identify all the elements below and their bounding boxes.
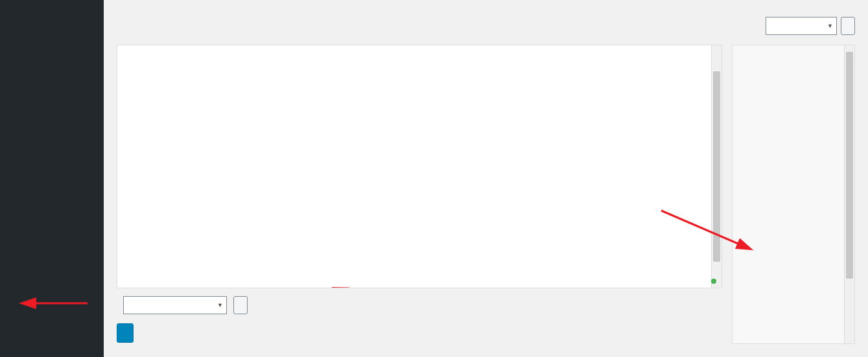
file-list-scrollbar[interactable] <box>845 45 855 344</box>
theme-select[interactable] <box>766 17 837 35</box>
select-button[interactable] <box>841 17 855 35</box>
update-file-button[interactable] <box>117 323 134 343</box>
documentation-select[interactable] <box>123 296 227 314</box>
main-content <box>104 0 868 357</box>
theme-files-list <box>732 45 845 344</box>
editor-scrollbar[interactable] <box>711 45 721 288</box>
status-indicator-icon <box>711 279 716 284</box>
admin-sidebar <box>0 0 104 357</box>
code-editor[interactable] <box>117 45 722 288</box>
lookup-button[interactable] <box>233 296 248 314</box>
